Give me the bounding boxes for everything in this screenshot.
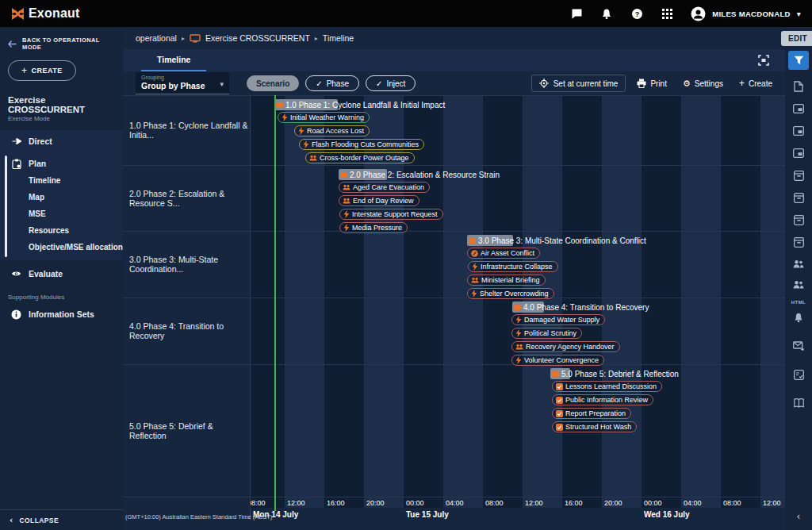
create-inject-button[interactable]: + Create — [734, 78, 777, 89]
inject-pill[interactable]: End of Day Review — [339, 195, 419, 206]
inject-pill[interactable]: Initial Weather Warning — [278, 112, 370, 123]
chip-label: Scenario — [256, 79, 289, 88]
archive-icon[interactable] — [788, 232, 809, 252]
app-logo: Exonaut — [11, 6, 80, 21]
print-button[interactable]: Print — [632, 79, 672, 88]
task-icon — [556, 424, 563, 431]
grouping-value: Group by Phase — [141, 81, 224, 90]
breadcrumb-separator-icon: ▸ — [182, 35, 185, 42]
chip-inject[interactable]: ✓ Inject — [366, 75, 416, 91]
grouping-select[interactable]: Grouping Group by Phase ▾ — [136, 72, 229, 94]
phase-bar[interactable]: 4.0 Phase 4: Transition to Recovery — [512, 301, 649, 313]
axis-tick-label: 00:00 — [644, 499, 662, 507]
inject-label: Structured Hot Wash — [565, 423, 631, 431]
notifications-bell-icon[interactable] — [600, 7, 613, 20]
pip-icon[interactable] — [788, 99, 809, 118]
inject-pill[interactable]: Political Scrutiny — [511, 328, 582, 339]
back-to-operational-mode-button[interactable]: BACK TO OPERATIONAL MODE — [0, 27, 123, 54]
archive-icon[interactable] — [788, 166, 809, 185]
people-duo-icon[interactable] — [788, 254, 809, 273]
sidebar-item-direct[interactable]: Direct — [0, 132, 123, 150]
pip-icon[interactable] — [788, 121, 809, 140]
create-button[interactable]: + CREATE — [8, 60, 76, 81]
eye-icon — [11, 269, 21, 279]
chip-phase[interactable]: ✓ Phase — [305, 75, 359, 91]
fullscreen-icon[interactable] — [758, 55, 769, 69]
inject-pill[interactable]: Media Pressure — [339, 222, 408, 233]
task-icon — [556, 410, 563, 417]
breadcrumb-page: Timeline — [323, 33, 354, 43]
phase-bar[interactable]: 1.0 Phase 1: Cyclone Landfall & Initial … — [274, 99, 445, 110]
inject-pill[interactable]: Air Asset Conflict — [467, 248, 540, 259]
tab-timeline[interactable]: Timeline — [141, 50, 206, 71]
breadcrumb-exercise[interactable]: Exercise CROSSCURRENT — [205, 33, 310, 43]
sidebar-item-evaluate[interactable]: Evaluate — [0, 265, 123, 282]
chevron-down-icon: ▾ — [220, 80, 224, 88]
task-icon — [556, 383, 563, 390]
bell-icon[interactable] — [788, 308, 809, 327]
archive-icon[interactable] — [788, 188, 809, 207]
inject-pill[interactable]: Shelter Overcrowding — [467, 288, 554, 299]
form-check-icon[interactable] — [788, 365, 809, 384]
people-duo-icon[interactable] — [788, 275, 809, 294]
sidebar-item-map[interactable]: Map — [0, 189, 123, 205]
grouping-label: Grouping — [141, 75, 224, 80]
help-icon[interactable]: ? — [630, 7, 643, 20]
set-at-current-time-button[interactable]: Set at current time — [531, 75, 626, 92]
inject-pill[interactable]: Cross-border Power Outage — [305, 152, 415, 163]
rail-collapse-icon[interactable]: ‹ — [785, 511, 812, 522]
filter-icon[interactable] — [788, 51, 809, 70]
inject-pill[interactable]: Structured Hot Wash — [552, 421, 637, 432]
phase-label: 4.0 Phase 4: Transition to Recovery — [521, 303, 649, 312]
axis-tick-label: 08:00 — [485, 499, 504, 507]
people-icon — [343, 184, 350, 190]
row-separator — [123, 231, 785, 232]
inject-pill[interactable]: Damaged Water Supply — [511, 314, 605, 325]
sidebar-item-timeline[interactable]: Timeline — [0, 172, 123, 189]
document-icon[interactable] — [788, 77, 809, 96]
axis-tick-label: 16:00 — [565, 499, 583, 507]
exercise-title: Exercise CROSSCURRENT — [0, 89, 123, 115]
inject-pill[interactable]: Interstate Support Request — [339, 209, 443, 220]
task-icon — [556, 397, 563, 404]
sidebar-item-plan[interactable]: Plan — [0, 155, 123, 172]
settings-button[interactable]: ⚙ Settings — [678, 79, 728, 89]
archive-icon[interactable] — [788, 210, 809, 229]
inject-pill[interactable]: Report Preparation — [552, 408, 631, 419]
inject-pill[interactable]: Ministerial Briefing — [467, 275, 546, 286]
inject-label: Cross-border Power Outage — [320, 154, 409, 162]
apps-grid-icon[interactable] — [661, 7, 673, 20]
inject-label: Report Preparation — [565, 409, 626, 417]
phase-row-label: 1.0 Phase 1: Cyclone Landfall & Initia..… — [123, 95, 248, 165]
inject-pill[interactable]: Aged Care Evacuation — [339, 182, 430, 193]
sidebar-collapse-button[interactable]: ‹ COLLAPSE — [0, 509, 123, 530]
book-icon[interactable] — [788, 394, 809, 413]
chevron-left-icon: ‹ — [10, 516, 13, 524]
breadcrumb-root[interactable]: operational — [136, 33, 177, 43]
inject-label: Infrastructure Collapse — [481, 263, 553, 271]
sidebar-item-mse[interactable]: MSE — [0, 205, 123, 222]
user-menu[interactable]: MILES MACDONALD ▾ — [691, 6, 801, 21]
mail-forward-icon[interactable] — [788, 336, 809, 355]
inject-pill[interactable]: Volunteer Convergence — [511, 355, 604, 366]
inject-pill[interactable]: Public Information Review — [552, 394, 653, 405]
inject-pill[interactable]: Flash Flooding Cuts Communities — [299, 139, 424, 150]
chip-scenario[interactable]: Scenario — [247, 75, 299, 91]
gear-icon: ⚙ — [683, 79, 691, 89]
edit-button[interactable]: EDIT — [781, 31, 812, 46]
phase-bar[interactable]: 3.0 Phase 3: Multi-State Coordination & … — [467, 235, 646, 246]
phase-bar[interactable]: 5.0 Phase 5: Debrief & Reflection — [550, 368, 679, 379]
inject-pill[interactable]: Infrastructure Collapse — [468, 261, 558, 272]
inject-pill[interactable]: Road Access Lost — [294, 125, 370, 136]
inject-pill[interactable]: Lessons Learned Discussion — [552, 381, 662, 392]
pip-icon[interactable] — [788, 144, 809, 163]
chat-icon[interactable] — [570, 7, 583, 20]
inject-label: Political Scrutiny — [524, 329, 576, 337]
phase-bar[interactable]: 2.0 Phase 2: Escalation & Resource Strai… — [339, 169, 500, 180]
sidebar-item-information-sets[interactable]: Information Sets — [0, 305, 123, 323]
clipboard-icon — [11, 159, 21, 169]
inject-pill[interactable]: Recovery Agency Handover — [511, 341, 620, 352]
app-name: Exonaut — [29, 6, 80, 21]
sidebar-item-objective-mse-allocation[interactable]: Objective/MSE allocation — [0, 239, 123, 255]
sidebar-item-resources[interactable]: Resources — [0, 222, 123, 239]
